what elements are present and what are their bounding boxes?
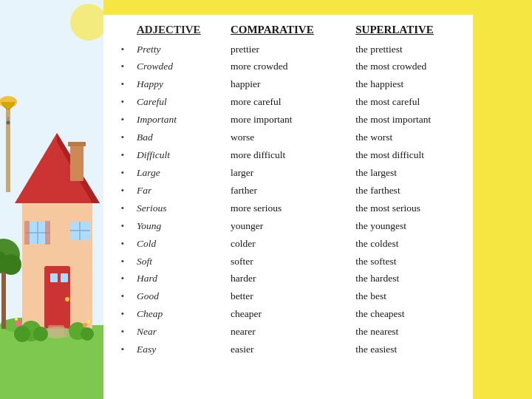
superlative-cell: the best — [349, 288, 506, 306]
table-row: •Badworsethe worst — [115, 129, 506, 147]
svg-point-36 — [87, 320, 90, 323]
comparative-cell: cheaper — [225, 306, 349, 324]
adjective-cell: Careful — [131, 94, 225, 112]
superlative-cell: the prettiest — [349, 41, 506, 58]
header-superlative: SUPERLATIVE — [349, 22, 506, 41]
adjective-cell: Cold — [131, 235, 225, 253]
bullet: • — [115, 182, 131, 200]
table-row: •Easyeasierthe easiest — [115, 341, 506, 359]
table-row: •Hardharderthe hardest — [115, 270, 506, 288]
svg-point-40 — [1, 254, 21, 275]
svg-point-32 — [81, 327, 94, 341]
comparative-cell: softer — [225, 253, 349, 270]
svg-rect-37 — [1, 266, 6, 329]
comparative-cell: more difficult — [225, 147, 349, 165]
table-row: •Cheapcheaperthe cheapest — [115, 306, 506, 324]
svg-rect-12 — [61, 273, 68, 282]
bullet: • — [115, 217, 131, 235]
adjective-cell: Crowded — [131, 58, 225, 76]
svg-point-35 — [83, 323, 87, 327]
superlative-cell: the softest — [349, 253, 506, 270]
svg-rect-9 — [68, 142, 86, 146]
svg-rect-27 — [48, 325, 64, 336]
adjective-cell: Difficult — [131, 147, 225, 165]
table-row: •Youngyoungerthe youngest — [115, 217, 506, 235]
superlative-cell: the most crowded — [349, 58, 506, 76]
svg-point-34 — [15, 318, 18, 321]
adjective-cell: Near — [131, 324, 225, 341]
adjective-cell: Important — [131, 112, 225, 129]
svg-rect-11 — [50, 273, 58, 282]
svg-point-13 — [65, 297, 69, 301]
comparative-cell: nearer — [225, 324, 349, 341]
comparative-cell: happier — [225, 76, 349, 94]
table-row: •Importantmore importantthe most importa… — [115, 112, 506, 129]
superlative-cell: the coldest — [349, 235, 506, 253]
adjective-cell: Good — [131, 288, 225, 306]
adjective-cell: Pretty — [131, 41, 225, 58]
bullet: • — [115, 58, 131, 76]
table-row: •Goodbetterthe best — [115, 288, 506, 306]
adjectives-table: ADJECTIVE COMPARATIVE SUPERLATIVE •Prett… — [115, 22, 506, 359]
header-bullet — [115, 22, 131, 41]
superlative-cell: the largest — [349, 164, 506, 182]
table-row: •Prettyprettierthe prettiest — [115, 41, 506, 58]
superlative-cell: the most careful — [349, 94, 506, 112]
content-area: ADJECTIVE COMPARATIVE SUPERLATIVE •Prett… — [103, 15, 517, 392]
table-row: •Coldcolderthe coldest — [115, 235, 506, 253]
adjective-cell: Young — [131, 217, 225, 235]
adjective-cell: Cheap — [131, 306, 225, 324]
comparative-cell: more important — [225, 112, 349, 129]
table-row: •Nearnearerthe nearest — [115, 324, 506, 341]
adjective-cell: Hard — [131, 270, 225, 288]
comparative-cell: better — [225, 288, 349, 306]
table-row: •Farfartherthe farthest — [115, 182, 506, 200]
comparative-cell: more careful — [225, 94, 349, 112]
bullet: • — [115, 94, 131, 112]
adjective-cell: Large — [131, 164, 225, 182]
adjective-cell: Bad — [131, 129, 225, 147]
svg-point-25 — [7, 121, 10, 125]
bullet: • — [115, 288, 131, 306]
svg-rect-18 — [45, 221, 50, 245]
superlative-cell: the nearest — [349, 324, 506, 341]
superlative-cell: the most important — [349, 112, 506, 129]
bullet: • — [115, 129, 131, 147]
bullet: • — [115, 253, 131, 270]
comparative-cell: more crowded — [225, 58, 349, 76]
comparative-cell: younger — [225, 217, 349, 235]
bullet: • — [115, 306, 131, 324]
table-row: •Seriousmore seriousthe most serious — [115, 200, 506, 217]
svg-point-29 — [14, 326, 30, 342]
table-row: •Difficultmore difficultthe most difficu… — [115, 147, 506, 165]
bullet: • — [115, 41, 131, 58]
comparative-cell: colder — [225, 235, 349, 253]
bullet: • — [115, 270, 131, 288]
bullet: • — [115, 200, 131, 217]
bullet: • — [115, 164, 131, 182]
table-row: •Softsofterthe softest — [115, 253, 506, 270]
adjective-cell: Serious — [131, 200, 225, 217]
superlative-cell: the most difficult — [349, 147, 506, 165]
bullet: • — [115, 341, 131, 359]
adjective-cell: Happy — [131, 76, 225, 94]
svg-rect-8 — [70, 144, 83, 181]
superlative-cell: the youngest — [349, 217, 506, 235]
svg-point-30 — [33, 327, 48, 341]
bullet: • — [115, 112, 131, 129]
bullet: • — [115, 76, 131, 94]
svg-rect-17 — [24, 221, 30, 245]
svg-point-33 — [16, 321, 21, 327]
adjective-cell: Far — [131, 182, 225, 200]
table-container: ADJECTIVE COMPARATIVE SUPERLATIVE •Prett… — [115, 22, 506, 384]
bullet: • — [115, 235, 131, 253]
comparative-cell: prettier — [225, 41, 349, 58]
adjective-cell: Soft — [131, 253, 225, 270]
comparative-cell: farther — [225, 182, 349, 200]
superlative-cell: the most serious — [349, 200, 506, 217]
superlative-cell: the easiest — [349, 341, 506, 359]
bullet: • — [115, 324, 131, 341]
comparative-cell: more serious — [225, 200, 349, 217]
superlative-cell: the cheapest — [349, 306, 506, 324]
superlative-cell: the worst — [349, 129, 506, 147]
